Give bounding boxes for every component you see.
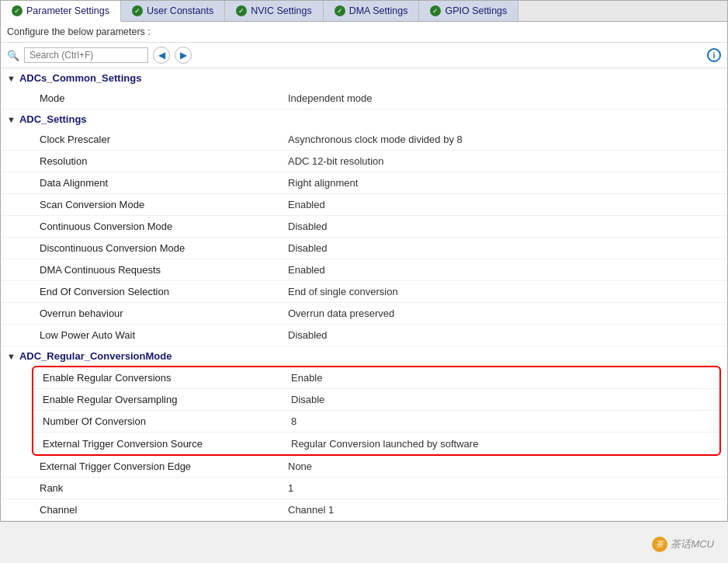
highlighted-rows-box: Enable Regular Conversions Enable Enable… [32,366,721,456]
tab-nvic-settings-label: NVIC Settings [251,5,312,16]
section-adc-settings-label: ADC_Settings [19,113,87,125]
tab-check-icon-3: ✓ [236,5,247,16]
row-enable-regular-oversampling-value: Disable [291,394,324,405]
row-mode-value: Independent mode [288,92,372,104]
tab-parameter-settings-label: Parameter Settings [26,5,109,16]
row-mode-label: Mode [40,92,288,104]
row-enable-regular-conversions-label: Enable Regular Conversions [43,372,291,384]
row-end-of-conversion-selection-label: End Of Conversion Selection [40,286,288,297]
row-data-alignment[interactable]: Data Alignment Right alignment [1,172,727,194]
section-adcs-common[interactable]: ▼ ADCs_Common_Settings [1,68,727,88]
row-enable-regular-oversampling-label: Enable Regular Oversampling [43,394,291,405]
row-channel-label: Channel [40,504,288,516]
tab-check-icon-2: ✓ [132,5,143,16]
row-scan-conversion-mode[interactable]: Scan Conversion Mode Enabled [1,194,727,216]
row-scan-conversion-mode-value: Enabled [288,199,325,210]
row-data-alignment-value: Right alignment [288,177,358,189]
row-dma-continuous-requests[interactable]: DMA Continuous Requests Enabled [1,259,727,281]
row-continuous-conversion-mode-value: Disabled [288,221,328,232]
search-bar: 🔍 ◀ ▶ i [1,43,727,68]
row-clock-prescaler-value: Asynchronous clock mode divided by 8 [288,134,463,145]
search-icon: 🔍 [7,50,19,61]
row-continuous-conversion-mode-label: Continuous Conversion Mode [40,221,288,232]
row-discontinuous-conversion-mode-label: Discontinuous Conversion Mode [40,242,288,254]
chevron-adcs-common: ▼ [7,74,16,83]
tab-check-icon-5: ✓ [430,5,441,16]
tab-user-constants[interactable]: ✓ User Constants [121,1,225,21]
row-discontinuous-conversion-mode[interactable]: Discontinuous Conversion Mode Disabled [1,238,727,259]
row-data-alignment-label: Data Alignment [40,177,288,189]
chevron-adc-settings: ▼ [7,115,16,124]
row-resolution[interactable]: Resolution ADC 12-bit resolution [1,151,727,172]
row-external-trigger-conversion-edge-value: None [288,460,312,472]
row-rank-value: 1 [288,482,293,494]
tab-gpio-settings-label: GPIO Settings [445,5,507,16]
row-overrun-behaviour-value: Overrun data preserved [288,308,394,319]
row-external-trigger-conversion-edge[interactable]: External Trigger Conversion Edge None [1,456,727,478]
row-external-trigger-conversion-source[interactable]: External Trigger Conversion Source Regul… [33,433,719,454]
settings-content: ▼ ADCs_Common_Settings Mode Independent … [1,68,727,521]
row-mode[interactable]: Mode Independent mode [1,88,727,109]
tab-parameter-settings[interactable]: ✓ Parameter Settings [1,1,121,22]
section-adc-regular[interactable]: ▼ ADC_Regular_ConversionMode [1,346,727,366]
row-low-power-auto-wait-value: Disabled [288,329,328,341]
chevron-adc-regular: ▼ [7,352,16,361]
main-window: ✓ Parameter Settings ✓ User Constants ✓ … [0,0,728,522]
tab-check-icon: ✓ [12,5,23,16]
watermark-label: 茶话MCU [671,537,714,551]
tab-bar: ✓ Parameter Settings ✓ User Constants ✓ … [1,1,727,22]
row-number-of-conversion[interactable]: Number Of Conversion 8 [33,411,719,433]
row-overrun-behaviour[interactable]: Overrun behaviour Overrun data preserved [1,303,727,325]
row-enable-regular-oversampling[interactable]: Enable Regular Oversampling Disable [33,389,719,411]
nav-prev-button[interactable]: ◀ [153,47,170,64]
row-channel[interactable]: Channel Channel 1 [1,499,727,521]
tab-user-constants-label: User Constants [147,5,213,16]
row-overrun-behaviour-label: Overrun behaviour [40,308,288,319]
row-dma-continuous-requests-label: DMA Continuous Requests [40,264,288,276]
tab-gpio-settings[interactable]: ✓ GPIO Settings [419,1,518,21]
row-external-trigger-conversion-edge-label: External Trigger Conversion Edge [40,460,288,472]
row-number-of-conversion-value: 8 [291,415,296,427]
row-number-of-conversion-label: Number Of Conversion [43,415,291,427]
row-enable-regular-conversions-value: Enable [291,372,322,384]
row-channel-value: Channel 1 [288,504,334,516]
nav-next-button[interactable]: ▶ [175,47,192,64]
section-adcs-common-label: ADCs_Common_Settings [19,72,141,84]
row-low-power-auto-wait[interactable]: Low Power Auto Wait Disabled [1,325,727,346]
row-clock-prescaler[interactable]: Clock Prescaler Asynchronous clock mode … [1,129,727,151]
section-adc-settings[interactable]: ▼ ADC_Settings [1,109,727,129]
row-end-of-conversion-selection-value: End of single conversion [288,286,398,297]
tab-nvic-settings[interactable]: ✓ NVIC Settings [225,1,324,21]
row-resolution-value: ADC 12-bit resolution [288,155,384,167]
watermark: 茶 茶话MCU [652,537,714,552]
row-rank-label: Rank [40,482,288,494]
row-discontinuous-conversion-mode-value: Disabled [288,242,328,254]
row-scan-conversion-mode-label: Scan Conversion Mode [40,199,288,210]
row-continuous-conversion-mode[interactable]: Continuous Conversion Mode Disabled [1,216,727,238]
row-external-trigger-conversion-source-label: External Trigger Conversion Source [43,438,291,450]
row-low-power-auto-wait-label: Low Power Auto Wait [40,329,288,341]
row-clock-prescaler-label: Clock Prescaler [40,134,288,145]
row-dma-continuous-requests-value: Enabled [288,264,325,276]
row-rank[interactable]: Rank 1 [1,478,727,499]
row-resolution-label: Resolution [40,155,288,167]
row-external-trigger-conversion-source-value: Regular Conversion launched by software [291,438,478,450]
tab-dma-settings-label: DMA Settings [349,5,408,16]
row-end-of-conversion-selection[interactable]: End Of Conversion Selection End of singl… [1,281,727,303]
configure-label: Configure the below parameters : [1,22,727,43]
search-input[interactable] [24,47,148,63]
info-icon[interactable]: i [707,48,721,62]
tab-dma-settings[interactable]: ✓ DMA Settings [324,1,420,21]
row-enable-regular-conversions[interactable]: Enable Regular Conversions Enable [33,367,719,389]
section-adc-regular-label: ADC_Regular_ConversionMode [19,350,172,362]
tab-check-icon-4: ✓ [335,5,345,16]
watermark-icon: 茶 [652,537,667,552]
